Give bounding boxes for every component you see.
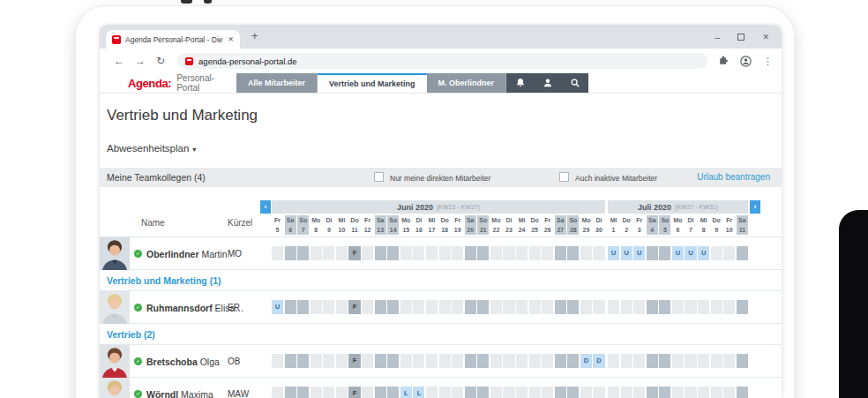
plan-cell-ER-juni-23[interactable] — [503, 300, 514, 314]
plan-cell-MAW-juni-12[interactable] — [362, 387, 373, 398]
view-selector-dropdown[interactable]: Abwesenheitsplan▾ — [107, 143, 196, 154]
tab-alle-mitarbeiter[interactable]: Alle Mitarbeiter — [236, 73, 318, 93]
plan-cell-MO-juni-6[interactable] — [285, 246, 296, 260]
plan-cell-ER-juni-12[interactable] — [362, 300, 373, 314]
plan-cell-MAW-juni-21[interactable] — [477, 387, 489, 398]
plan-cell-MO-juni-5[interactable] — [272, 246, 283, 260]
plan-cell-MO-juni-13[interactable] — [375, 246, 386, 260]
plan-cell-OB-juni-11[interactable]: F — [348, 354, 360, 368]
plan-cell-MO-juli-2[interactable]: U — [621, 246, 632, 260]
plan-cell-MAW-juni-17[interactable] — [426, 387, 438, 398]
plan-cell-MO-juni-25[interactable] — [529, 246, 541, 260]
back-icon[interactable]: ← — [114, 56, 124, 66]
plan-cell-OB-juni-28[interactable] — [567, 354, 579, 368]
plan-cell-OB-juni-12[interactable] — [362, 354, 373, 368]
plan-cell-OB-juni-22[interactable] — [490, 354, 502, 368]
plan-cell-MAW-juni-26[interactable] — [542, 387, 553, 398]
plan-cell-OB-juni-23[interactable] — [503, 354, 514, 368]
plan-cell-OB-juni-15[interactable] — [400, 354, 412, 368]
plan-cell-OB-juni-14[interactable] — [387, 354, 399, 368]
plan-cell-OB-juni-21[interactable] — [477, 354, 489, 368]
plan-cell-OB-juni-13[interactable] — [375, 354, 386, 368]
plan-cell-MO-juni-22[interactable] — [490, 246, 502, 260]
search-icon[interactable] — [561, 78, 588, 88]
plan-cell-OB-juni-10[interactable] — [336, 354, 348, 368]
plan-cell-ER-juni-25[interactable] — [529, 300, 541, 314]
plan-cell-MO-juni-27[interactable] — [555, 246, 566, 260]
browser-tab[interactable]: Agenda Personal-Portal - Die Inf ✕ — [106, 30, 240, 49]
plan-cell-ER-juni-22[interactable] — [490, 300, 502, 314]
plan-cell-MO-juni-14[interactable] — [387, 246, 399, 260]
employee-row-MO[interactable]: ✓Oberlindner MartinMOFUUUUUU — [100, 237, 782, 270]
new-tab-button[interactable]: + — [251, 29, 258, 42]
plan-cell-MAW-juli-9[interactable] — [711, 387, 722, 398]
employee-row-ER[interactable]: ✓Ruhmannsdorf Elisa…ERUF — [100, 291, 782, 324]
plan-cell-MO-juni-23[interactable] — [503, 246, 514, 260]
plan-cell-ER-juni-27[interactable] — [555, 300, 566, 314]
plan-cell-MAW-juli-7[interactable] — [685, 387, 696, 398]
plan-cell-MO-juni-29[interactable] — [580, 246, 592, 260]
employee-row-MAW[interactable]: ✓Wörndl MaximaMAWFLL — [100, 378, 782, 398]
plan-cell-MAW-juli-1[interactable] — [608, 387, 619, 398]
plan-cell-MAW-juni-20[interactable] — [465, 387, 476, 398]
plan-cell-MO-juli-1[interactable]: U — [608, 246, 619, 260]
plan-cell-OB-juli-3[interactable] — [633, 354, 645, 368]
plan-cell-ER-juni-6[interactable] — [285, 300, 296, 314]
plan-cell-MO-juni-8[interactable] — [311, 246, 322, 260]
plan-cell-ER-juli-4[interactable] — [647, 300, 658, 314]
plan-cell-ER-juli-11[interactable] — [737, 300, 748, 314]
plan-cell-MAW-juni-14[interactable] — [387, 387, 399, 398]
plan-cell-ER-juli-2[interactable] — [621, 300, 632, 314]
plan-cell-MO-juni-30[interactable] — [593, 246, 604, 260]
plan-cell-OB-juli-4[interactable] — [647, 354, 658, 368]
previous-month-button[interactable]: ‹ — [260, 200, 271, 214]
plan-cell-MAW-juni-30[interactable] — [593, 387, 604, 398]
plan-cell-OB-juni-25[interactable] — [529, 354, 541, 368]
plan-cell-ER-juni-13[interactable] — [375, 300, 386, 314]
plan-cell-MAW-juni-23[interactable] — [503, 387, 514, 398]
plan-cell-MO-juni-28[interactable] — [567, 246, 579, 260]
plan-cell-MAW-juni-13[interactable] — [375, 387, 386, 398]
plan-cell-ER-juni-20[interactable] — [465, 300, 476, 314]
plan-cell-MAW-juni-6[interactable] — [285, 387, 296, 398]
plan-cell-ER-juni-15[interactable] — [400, 300, 412, 314]
plan-cell-OB-juni-20[interactable] — [465, 354, 476, 368]
plan-cell-MAW-juli-6[interactable] — [672, 387, 684, 398]
forward-icon[interactable]: → — [135, 56, 146, 66]
tab-m-oberlindner[interactable]: M. Oberlindner — [427, 73, 507, 93]
plan-cell-MO-juli-11[interactable] — [737, 246, 748, 260]
plan-cell-OB-juni-30[interactable]: D — [593, 354, 604, 368]
plan-cell-MO-juli-6[interactable]: U — [672, 246, 684, 260]
minimize-icon[interactable]: – — [715, 32, 720, 42]
plan-cell-ER-juni-21[interactable] — [477, 300, 489, 314]
plan-cell-OB-juli-2[interactable] — [621, 354, 632, 368]
plan-cell-OB-juni-18[interactable] — [439, 354, 451, 368]
plan-cell-ER-juni-30[interactable] — [593, 300, 604, 314]
plan-cell-ER-juni-9[interactable] — [323, 300, 334, 314]
checkbox-direct-reports[interactable] — [374, 172, 384, 182]
plan-cell-OB-juni-17[interactable] — [426, 354, 438, 368]
plan-cell-ER-juni-8[interactable] — [311, 300, 322, 314]
plan-cell-ER-juli-6[interactable] — [672, 300, 684, 314]
plan-cell-MAW-juli-8[interactable] — [698, 387, 709, 398]
plan-cell-MO-juli-5[interactable] — [659, 246, 670, 260]
plan-cell-MAW-juni-24[interactable] — [516, 387, 528, 398]
plan-cell-OB-juni-8[interactable] — [311, 354, 322, 368]
maximize-icon[interactable] — [737, 34, 745, 41]
plan-cell-MO-juni-19[interactable] — [452, 246, 463, 260]
plan-cell-ER-juni-7[interactable] — [297, 300, 309, 314]
plan-cell-MAW-juni-11[interactable]: F — [348, 387, 360, 398]
notifications-bell-icon[interactable] — [506, 78, 534, 88]
plan-cell-OB-juli-7[interactable] — [685, 354, 696, 368]
plan-cell-MAW-juli-11[interactable] — [737, 387, 748, 398]
plan-cell-ER-juli-8[interactable] — [698, 300, 709, 314]
plan-cell-MAW-juli-3[interactable] — [633, 387, 645, 398]
plan-cell-MO-juni-15[interactable] — [400, 246, 412, 260]
plan-cell-OB-juni-16[interactable] — [413, 354, 424, 368]
plan-cell-ER-juli-3[interactable] — [633, 300, 645, 314]
plan-cell-OB-juli-5[interactable] — [659, 354, 670, 368]
plan-cell-ER-juni-17[interactable] — [426, 300, 438, 314]
plan-cell-MAW-juni-22[interactable] — [490, 387, 502, 398]
plan-cell-MO-juni-26[interactable] — [542, 246, 553, 260]
user-icon[interactable] — [534, 78, 561, 88]
